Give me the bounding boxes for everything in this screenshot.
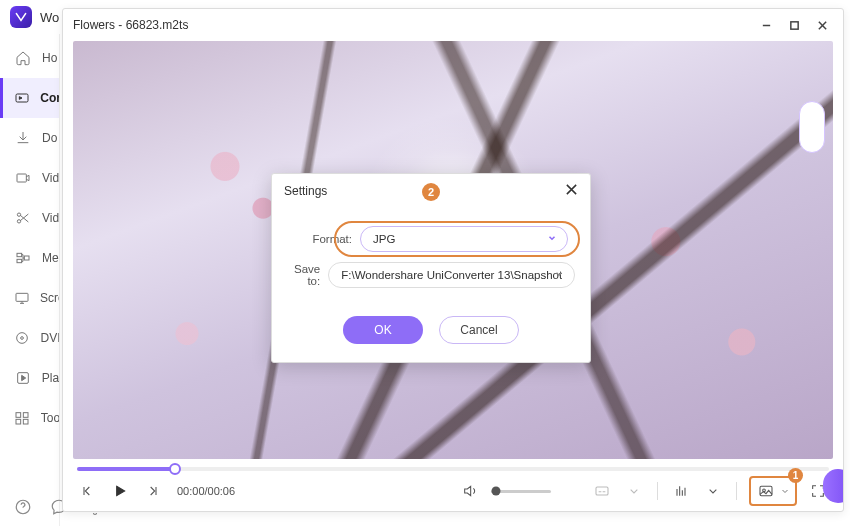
convert-icon [14,89,30,107]
progress-bar[interactable] [77,467,829,471]
dialog-body: Format: JPG Save to: F:\Wondershare UniC… [272,208,590,304]
format-row: Format: JPG [294,226,568,252]
dialog-buttons: OK Cancel [272,304,590,362]
format-select[interactable]: JPG [360,226,568,252]
subtitle-button[interactable] [591,480,613,502]
screen-icon [14,289,30,307]
merge-icon [14,249,32,267]
sidebar-item-label: Ho [42,51,57,65]
dialog-close-button[interactable] [565,183,578,199]
scissors-icon [14,209,32,227]
sidebar-item-label: Pla [42,371,59,385]
sidebar-item-dvd[interactable]: DVI [0,318,59,358]
svg-rect-15 [24,413,29,418]
chevron-down-icon [547,233,557,245]
snapshot-group: 1 [749,476,797,506]
audio-chevron[interactable] [702,480,724,502]
svg-rect-14 [16,413,21,418]
svg-rect-9 [24,256,29,260]
dialog-title: Settings [284,184,327,198]
accent-pill [823,469,844,503]
sidebar-item-player[interactable]: Pla [0,358,59,398]
settings-dialog: Settings 2 Format: JPG Save to: F:\Wonde… [271,173,591,363]
saveto-select[interactable]: F:\Wondershare UniConverter 13\Snapshot [328,262,575,288]
player-maximize-button[interactable] [783,16,805,34]
snapshot-button[interactable] [755,480,777,502]
player-minimize-button[interactable] [755,16,777,34]
play-icon [14,369,32,387]
time-display: 00:00/00:06 [177,485,235,497]
sidebar-item-label: Me [42,251,59,265]
format-label: Format: [294,233,352,245]
video-compress-icon [14,169,32,187]
saveto-row: Save to: F:\Wondershare UniConverter 13\… [294,262,568,288]
format-value: JPG [373,233,395,245]
svg-rect-10 [16,293,28,301]
side-pill [799,101,825,153]
snapshot-chevron[interactable] [779,480,791,502]
sidebar-item-label: Scre [40,291,59,305]
svg-point-11 [17,333,28,344]
ok-button[interactable]: OK [343,316,423,344]
svg-rect-8 [17,259,22,262]
player-titlebar: Flowers - 66823.m2ts [63,9,843,41]
player-title: Flowers - 66823.m2ts [73,18,188,32]
chevron-down-icon [554,269,564,281]
sidebar-item-downloader[interactable]: Do [0,118,59,158]
sidebar-item-merger[interactable]: Me [0,238,59,278]
volume-slider[interactable] [491,490,551,493]
step-badge-1: 1 [788,468,803,483]
next-frame-button[interactable] [141,480,163,502]
help-icon[interactable] [14,498,32,516]
player-close-button[interactable] [811,16,833,34]
saveto-value: F:\Wondershare UniConverter 13\Snapshot [341,269,562,281]
audio-track-button[interactable] [670,480,692,502]
subtitle-chevron[interactable] [623,480,645,502]
dialog-header: Settings 2 [272,174,590,208]
sidebar-item-screen[interactable]: Scre [0,278,59,318]
sidebar-item-toolbox[interactable]: Too [0,398,59,438]
sidebar: Ho Cor Do Vid Vid Me [0,34,60,526]
play-button[interactable] [109,480,131,502]
app-logo [10,6,32,28]
progress-knob[interactable] [169,463,181,475]
svg-rect-7 [17,253,22,256]
sidebar-item-label: DVI [41,331,59,345]
volume-knob[interactable] [491,487,500,496]
svg-rect-4 [17,174,26,182]
svg-rect-20 [596,487,608,495]
sidebar-item-video-compress[interactable]: Vid [0,158,59,198]
download-icon [14,129,32,147]
sidebar-item-label: Do [42,131,57,145]
toolbox-icon [14,409,31,427]
sidebar-item-video-edit[interactable]: Vid [0,198,59,238]
prev-frame-button[interactable] [77,480,99,502]
sidebar-item-converter[interactable]: Cor [0,78,59,118]
svg-rect-17 [24,419,29,424]
player-window-controls [755,16,833,34]
separator [657,482,658,500]
saveto-label: Save to: [294,263,320,287]
sidebar-item-label: Vid [42,171,59,185]
separator [736,482,737,500]
svg-rect-16 [16,419,21,424]
player-controls: 00:00/00:06 1 [63,471,843,511]
sidebar-item-label: Vid [42,211,59,225]
step-badge-2: 2 [422,183,440,201]
disc-icon [14,329,31,347]
svg-rect-19 [790,21,797,28]
progress-fill [77,467,175,471]
volume-icon[interactable] [459,480,481,502]
sidebar-item-label: Too [41,411,59,425]
sidebar-item-label: Cor [40,91,59,105]
sidebar-item-home[interactable]: Ho [0,38,59,78]
cancel-button[interactable]: Cancel [439,316,519,344]
svg-point-12 [21,337,24,340]
app-title: Wo [40,10,59,25]
home-icon [14,49,32,67]
